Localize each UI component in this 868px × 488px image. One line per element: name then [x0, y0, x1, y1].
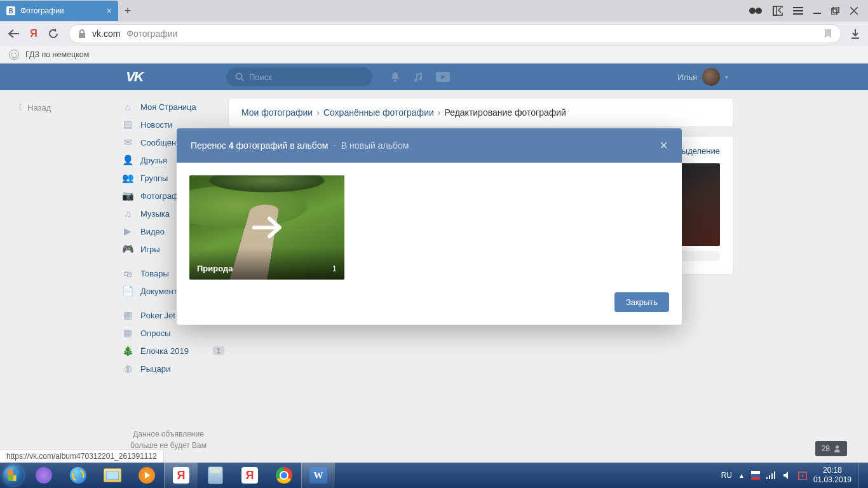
user-avatar: [702, 68, 720, 86]
svg-point-16: [236, 74, 242, 79]
vk-header: VK Поиск Илья ▾: [0, 64, 868, 90]
sidebar-item-knights[interactable]: ◍Рыцари: [118, 360, 228, 377]
breadcrumb-link-my-photos[interactable]: Мои фотографии: [241, 107, 313, 118]
sidebar-toggle-icon[interactable]: [773, 6, 783, 16]
clock-time: 20:18: [813, 466, 851, 475]
sidebar-item-elochka[interactable]: 🎄Ёлочка 20191: [118, 342, 228, 360]
home-icon: ⌂: [121, 102, 134, 112]
modal-close-icon[interactable]: ×: [660, 137, 668, 154]
status-bar-link: https://vk.com/album470312201_261391112: [0, 449, 164, 463]
music-icon[interactable]: [413, 72, 423, 82]
bookmark-item[interactable]: ГДЗ по немецком: [25, 50, 89, 59]
tree-icon: 🎄: [121, 345, 134, 356]
chevron-right-icon: ›: [438, 107, 441, 118]
taskbar-clock[interactable]: 20:18 01.03.2019: [813, 466, 851, 485]
browser-tab-strip: B Фотографии × +: [0, 0, 868, 22]
sidebar-label: Товары: [140, 269, 169, 278]
taskbar-yandex-browser[interactable]: Я: [164, 463, 198, 488]
user-name: Илья: [677, 72, 697, 82]
app-icon: ▦: [121, 327, 134, 339]
move-photos-modal: Перенос 4 фотографий в альбом · В новый …: [177, 128, 682, 325]
reload-button[interactable]: [48, 29, 60, 39]
chevron-right-icon: ›: [316, 107, 320, 118]
taskbar-ie[interactable]: [61, 463, 95, 488]
sidebar-label: Ёлочка 2019: [140, 346, 189, 356]
show-desktop-button[interactable]: [858, 463, 863, 488]
svg-rect-22: [751, 474, 760, 477]
window-maximize-button[interactable]: [831, 7, 840, 15]
sidebar-label: Игры: [140, 245, 160, 254]
sidebar-ad-notice: Данное объявление больше не будет Вам: [118, 428, 219, 451]
window-minimize-button[interactable]: [813, 7, 821, 15]
taskbar-yandex[interactable]: Я: [233, 463, 267, 488]
tray-chevron-icon[interactable]: ▲: [738, 472, 745, 479]
video-icon[interactable]: [436, 72, 450, 82]
tray-action-center-icon[interactable]: [798, 471, 807, 480]
modal-title-prefix: Перенос: [191, 140, 229, 151]
breadcrumb-current: Редактирование фотографий: [444, 107, 566, 118]
svg-point-20: [836, 445, 839, 449]
tab-favicon: B: [6, 6, 15, 15]
vk-logo[interactable]: VK: [126, 69, 226, 85]
vk-search-input[interactable]: Поиск: [226, 67, 372, 86]
tray-network-icon[interactable]: [766, 471, 776, 479]
svg-point-18: [394, 79, 397, 82]
window-close-button[interactable]: [850, 7, 858, 15]
notification-count: 28: [822, 444, 830, 453]
nav-back-button[interactable]: [8, 29, 19, 38]
start-button[interactable]: [0, 463, 27, 488]
taskbar-cortana[interactable]: [27, 463, 61, 488]
app-icon: ▦: [121, 309, 134, 321]
sidebar-label: Опросы: [140, 329, 170, 338]
app-icon: ◍: [121, 363, 134, 374]
sidebar-item-polls[interactable]: ▦Опросы: [118, 324, 228, 342]
browser-tab[interactable]: B Фотографии ×: [0, 1, 118, 21]
sidebar-label: Музыка: [140, 209, 170, 219]
svg-rect-25: [769, 475, 770, 479]
doc-icon: 📄: [121, 285, 134, 297]
taskbar-word[interactable]: W: [301, 463, 336, 488]
svg-rect-27: [774, 471, 775, 479]
breadcrumb-card: Мои фотографии › Сохранённые фотографии …: [228, 98, 733, 127]
yandex-home-button[interactable]: Я: [28, 28, 39, 39]
menu-icon[interactable]: [793, 6, 803, 15]
bookmark-icon[interactable]: [824, 29, 832, 38]
modal-footer: Закрыть: [177, 287, 682, 325]
browser-toolbar: Я vk.com Фотографии: [0, 22, 868, 46]
breadcrumb-link-saved[interactable]: Сохранённые фотографии: [323, 107, 434, 118]
back-label: Назад: [27, 103, 51, 112]
album-card[interactable]: Природа 1: [189, 175, 344, 280]
taskbar-calculator[interactable]: [198, 463, 233, 488]
vk-user-menu[interactable]: Илья ▾: [677, 68, 728, 86]
groups-icon: 👥: [121, 172, 134, 184]
address-bar[interactable]: vk.com Фотографии: [69, 24, 841, 43]
back-link[interactable]: 〈 Назад: [0, 90, 118, 113]
sidebar-label: Новости: [140, 120, 172, 130]
sidebar-label: Видео: [140, 227, 165, 236]
url-page: Фотографии: [126, 29, 177, 39]
svg-rect-2: [754, 10, 757, 11]
sidebar-item-my-page[interactable]: ⌂Моя Страница: [118, 98, 228, 116]
notifications-icon[interactable]: [390, 71, 400, 83]
windows-taskbar: Я Я W RU ▲ 20:18 01.03.2019: [0, 463, 868, 488]
chevron-down-icon: ▾: [725, 74, 728, 81]
music-note-icon: ♫: [121, 208, 134, 219]
taskbar-chrome[interactable]: [267, 463, 301, 488]
tray-flag-icon[interactable]: [751, 471, 760, 480]
new-album-link[interactable]: В новый альбом: [341, 140, 409, 151]
ad-line: Данное объявление: [118, 428, 219, 440]
window-controls: [749, 6, 868, 16]
language-indicator[interactable]: RU: [721, 471, 732, 480]
incognito-icon[interactable]: [749, 7, 763, 15]
modal-header: Перенос 4 фотографий в альбом · В новый …: [177, 128, 682, 163]
cancel-selection-link[interactable]: ыделение: [682, 146, 720, 156]
new-tab-button[interactable]: +: [118, 4, 137, 18]
taskbar-explorer[interactable]: [95, 463, 130, 488]
downloads-button[interactable]: [850, 29, 860, 39]
close-button[interactable]: Закрыть: [614, 292, 669, 312]
tray-volume-icon[interactable]: [783, 471, 792, 480]
tab-close-icon[interactable]: ×: [107, 6, 112, 16]
taskbar-media-player[interactable]: [130, 463, 164, 488]
sidebar-label: Рыцари: [140, 364, 170, 374]
friend-notification-badge[interactable]: 28: [815, 441, 847, 456]
